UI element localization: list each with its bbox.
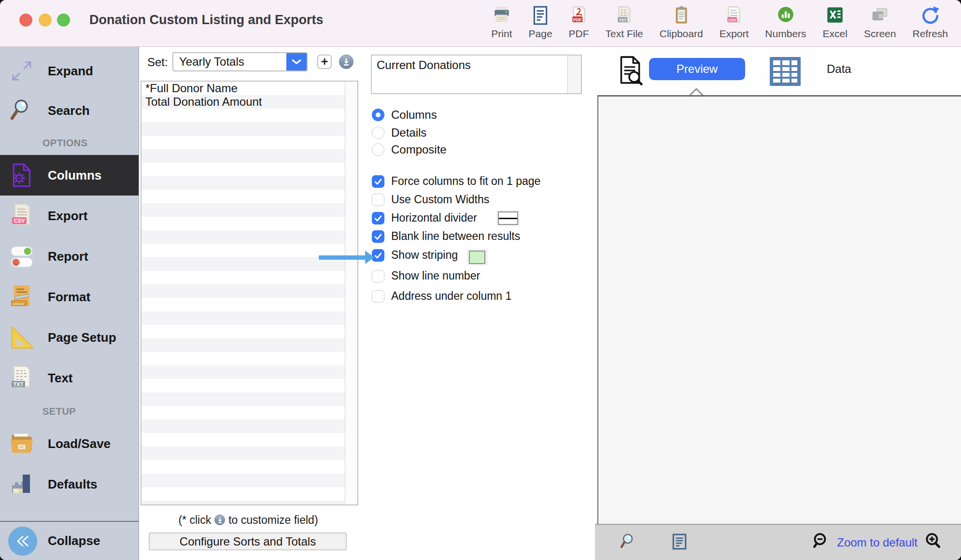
- print-button[interactable]: Print: [483, 3, 520, 40]
- listing-title-scrollbar[interactable]: [567, 56, 581, 93]
- layout-option-columns[interactable]: Columns: [372, 108, 437, 121]
- svg-text:CSV: CSV: [728, 18, 736, 22]
- force-fit-checkbox-row[interactable]: Force columns to fit on 1 page: [372, 175, 540, 188]
- bars-icon: [6, 471, 37, 498]
- window-title: Donation Custom Listing and Exports: [89, 13, 324, 28]
- customize-field-button[interactable]: [339, 55, 353, 69]
- stripe-color-swatch[interactable]: [466, 249, 488, 266]
- field-list-scrollbar[interactable]: [345, 82, 357, 504]
- checkbox-icon[interactable]: [372, 194, 384, 206]
- excel-icon: [825, 3, 845, 28]
- numbers-button[interactable]: Numbers: [757, 3, 814, 40]
- preview-canvas: [597, 95, 961, 524]
- preview-panel: Preview Data Zoom to default: [595, 47, 961, 560]
- custom-widths-checkbox-row[interactable]: Use Custom Widths: [372, 193, 489, 206]
- checkbox-icon[interactable]: [372, 290, 384, 303]
- text-file-button[interactable]: TXT Text File: [597, 3, 651, 40]
- svg-text:CSV: CSV: [14, 218, 25, 224]
- page-icon: [530, 3, 551, 28]
- csv-file-icon: CSV: [6, 202, 37, 229]
- clipboard-button[interactable]: Clipboard: [651, 3, 711, 40]
- sidebar-item-format[interactable]: Format: [0, 277, 139, 317]
- checkbox-checked-icon[interactable]: [372, 175, 384, 188]
- pdf-icon: PDF: [569, 3, 589, 28]
- page-outline-icon[interactable]: [671, 533, 688, 552]
- sidebar-item-report[interactable]: Report: [0, 236, 139, 277]
- printer-icon: [492, 3, 512, 28]
- set-square-icon: [6, 324, 37, 351]
- set-label: Set:: [147, 54, 168, 71]
- show-striping-checkbox-row[interactable]: Show striping: [372, 249, 458, 262]
- sidebar-item-expand[interactable]: Expand: [0, 52, 139, 90]
- svg-text:TXT: TXT: [619, 18, 626, 22]
- export-button[interactable]: CSV Export: [711, 3, 757, 40]
- blank-line-checkbox-row[interactable]: Blank line between results: [372, 230, 520, 243]
- add-set-button[interactable]: +: [317, 55, 332, 69]
- txt-file-icon: TXT: [6, 364, 37, 392]
- zoom-to-default-link[interactable]: Zoom to default: [837, 536, 918, 549]
- columns-gear-icon: [6, 161, 37, 189]
- fullscreen-button[interactable]: [57, 14, 70, 27]
- sidebar-item-export[interactable]: CSV Export: [0, 196, 139, 236]
- listing-title-input[interactable]: Current Donations: [371, 55, 582, 94]
- tab-data[interactable]: Data: [827, 62, 851, 76]
- zoom-out-icon[interactable]: [812, 532, 830, 553]
- collapse-icon: [8, 527, 37, 556]
- horizontal-divider-checkbox-row[interactable]: Horizontal divider: [372, 211, 477, 224]
- radio-icon[interactable]: [372, 143, 384, 156]
- zoom-in-icon[interactable]: [924, 532, 943, 553]
- layout-option-composite[interactable]: Composite: [372, 143, 447, 156]
- sidebar-section-setup: SETUP: [42, 406, 76, 417]
- preview-tab-bar: Preview Data: [595, 47, 961, 95]
- field-row[interactable]: *Full Donor Name: [141, 82, 357, 95]
- sidebar-item-text[interactable]: TXT Text: [0, 358, 139, 398]
- radio-selected-icon[interactable]: [372, 109, 384, 121]
- minimize-button[interactable]: [39, 14, 52, 27]
- data-table-icon: [770, 57, 801, 88]
- download-icon: [341, 57, 351, 67]
- preview-doc-icon: [616, 55, 644, 89]
- toolbar-actions: Print Page PDF PDF TXT Text File: [483, 3, 956, 40]
- line-number-checkbox-row[interactable]: Show line number: [372, 269, 480, 282]
- svg-text:TXT: TXT: [14, 381, 24, 387]
- divider-style-button[interactable]: [496, 210, 520, 226]
- set-dropdown[interactable]: Yearly Totals: [172, 52, 308, 71]
- folder-icon: [6, 430, 37, 458]
- checkbox-icon[interactable]: [372, 270, 384, 282]
- app-window: Donation Custom Listing and Exports Prin…: [0, 0, 961, 560]
- download-icon: [214, 515, 225, 525]
- address-under-col1-checkbox-row[interactable]: Address under column 1: [372, 290, 511, 303]
- sidebar-item-load-save[interactable]: Load/Save: [0, 423, 139, 464]
- configure-sorts-totals-button[interactable]: Configure Sorts and Totals: [149, 532, 347, 550]
- checkbox-checked-icon[interactable]: [372, 230, 384, 243]
- expand-icon: [6, 57, 37, 84]
- preview-status-bar: Zoom to default: [595, 524, 961, 560]
- clipboard-icon: [671, 3, 692, 28]
- csv-file-icon: CSV: [724, 3, 744, 28]
- refresh-button[interactable]: Refresh: [904, 3, 956, 40]
- sidebar-item-defaults[interactable]: Defaults: [0, 464, 139, 504]
- horizontal-line-icon: [498, 211, 518, 225]
- sidebar-item-search[interactable]: Search: [0, 91, 139, 130]
- sidebar-item-page-setup[interactable]: Page Setup: [0, 317, 139, 358]
- radio-icon[interactable]: [372, 126, 384, 139]
- refresh-icon: [919, 3, 941, 28]
- screen-icon: [870, 3, 890, 28]
- search-icon: [6, 97, 37, 124]
- checkbox-checked-icon[interactable]: [372, 212, 384, 224]
- layout-option-details[interactable]: Details: [372, 126, 426, 139]
- sidebar-item-columns[interactable]: Columns: [0, 155, 139, 196]
- pdf-button[interactable]: PDF PDF: [561, 3, 597, 40]
- screen-button[interactable]: Screen: [856, 3, 904, 40]
- svg-text:PDF: PDF: [573, 17, 582, 22]
- tab-preview[interactable]: Preview: [649, 58, 745, 80]
- field-row[interactable]: Total Donation Amount: [141, 95, 357, 109]
- magnifier-icon[interactable]: [617, 532, 636, 553]
- annotation-arrow-head: [365, 251, 374, 264]
- field-list[interactable]: *Full Donor Name Total Donation Amount: [141, 81, 358, 505]
- sidebar-collapse[interactable]: Collapse: [0, 521, 139, 560]
- page-button[interactable]: Page: [521, 3, 561, 40]
- close-button[interactable]: [19, 14, 32, 27]
- excel-button[interactable]: Excel: [815, 3, 856, 40]
- stripe-color-value: [469, 251, 485, 264]
